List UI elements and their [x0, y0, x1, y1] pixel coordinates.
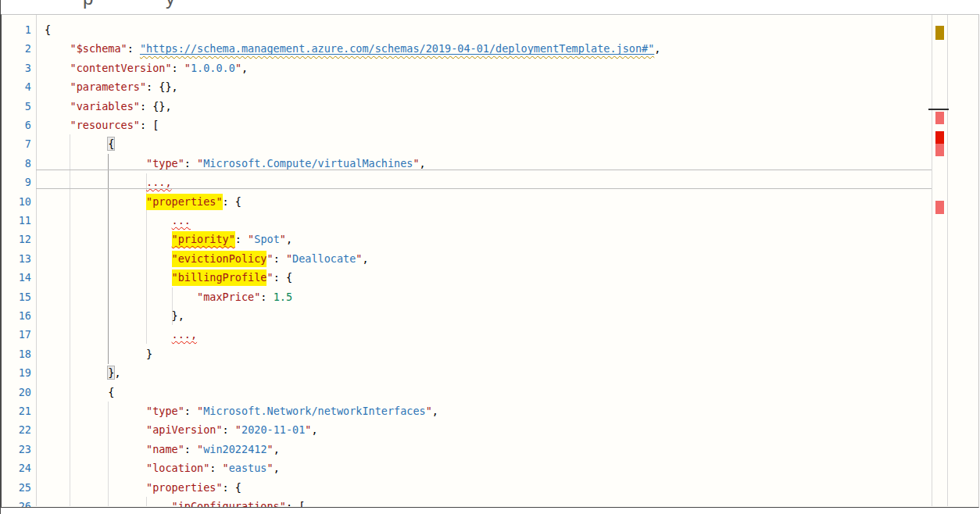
line-number[interactable]: 11	[2, 211, 31, 230]
code-line[interactable]: 5 "variables": {},	[2, 97, 978, 116]
overview-ruler-scrollbar[interactable]	[932, 15, 977, 506]
code-line[interactable]: 22 "apiVersion": "2020-11-01",	[2, 420, 978, 439]
punctuation: :	[184, 157, 197, 170]
viewport-indicator-line	[928, 109, 949, 110]
line-number[interactable]: 7	[2, 134, 31, 153]
line-number[interactable]: 20	[2, 383, 31, 402]
code-line[interactable]: 26 "ipConfigurations": [	[2, 497, 978, 508]
code-line[interactable]: 20 {	[2, 383, 978, 402]
code-line[interactable]: 25 "properties": {	[2, 478, 978, 497]
code-line[interactable]: 1{	[2, 20, 978, 39]
punctuation: {	[108, 386, 114, 398]
indent-whitespace	[45, 233, 172, 245]
line-number[interactable]: 4	[2, 77, 31, 96]
line-number[interactable]: 8	[2, 154, 31, 173]
line-number[interactable]: 12	[2, 230, 31, 248]
line-number[interactable]: 25	[2, 478, 31, 497]
indent-whitespace	[45, 366, 108, 379]
line-number[interactable]: 24	[2, 459, 31, 477]
code-line[interactable]: 15 "maxPrice": 1.5	[2, 287, 978, 306]
code-line[interactable]: 4 "parameters": {},	[2, 77, 978, 96]
punctuation: : {	[223, 195, 241, 208]
line-number[interactable]: 13	[2, 249, 31, 268]
punctuation: ,	[114, 366, 120, 379]
line-content: "type": "Microsoft.Compute/virtualMachin…	[31, 157, 426, 170]
indent-whitespace	[45, 291, 197, 303]
line-content: },	[31, 366, 121, 379]
punctuation: {	[45, 23, 51, 36]
punctuation: ,	[274, 462, 280, 474]
highlighted-json-key-error: "priority"	[172, 231, 235, 248]
code-line[interactable]: 16 },	[2, 306, 978, 325]
quote: "	[197, 157, 203, 170]
line-content: "parameters": {},	[31, 80, 178, 93]
line-number[interactable]: 19	[2, 363, 31, 382]
line-number[interactable]: 10	[2, 192, 31, 211]
indent-whitespace	[45, 309, 172, 322]
indent-whitespace	[45, 348, 146, 360]
line-number[interactable]: 5	[2, 97, 31, 116]
ellipsis-error-token: ...,	[146, 176, 172, 188]
line-content: "type": "Microsoft.Network/networkInterf…	[31, 405, 438, 417]
code-line[interactable]: 21 "type": "Microsoft.Network/networkInt…	[2, 402, 978, 420]
line-number[interactable]: 26	[2, 497, 31, 508]
line-number[interactable]: 18	[2, 344, 31, 363]
punctuation: :	[223, 423, 235, 436]
line-number[interactable]: 16	[2, 306, 31, 325]
code-line[interactable]: 6 "resources": [	[2, 116, 978, 134]
line-content: "maxPrice": 1.5	[31, 291, 292, 303]
code-line[interactable]: 17 ...,	[2, 325, 978, 344]
code-line[interactable]: 12 "priority": "Spot",	[2, 230, 978, 248]
code-line[interactable]: 3 "contentVersion": "1.0.0.0",	[2, 59, 978, 77]
line-number[interactable]: 14	[2, 268, 31, 287]
line-number[interactable]: 6	[2, 116, 31, 134]
json-key: "name"	[146, 443, 184, 455]
error-mark	[935, 201, 944, 214]
code-line[interactable]: 10 "properties": {	[2, 192, 978, 211]
line-content: ...,	[31, 176, 172, 188]
code-line[interactable]: 14 "billingProfile": {	[2, 268, 978, 287]
line-content: "name": "win2022412",	[31, 443, 280, 455]
ruler-border	[947, 15, 948, 506]
quote: "	[197, 405, 203, 417]
json-string-value: eastus	[229, 462, 267, 474]
code-line[interactable]: 11 ...	[2, 211, 978, 230]
line-number[interactable]: 1	[2, 20, 31, 39]
line-number[interactable]: 23	[2, 440, 31, 459]
clipped-glyph-right: y	[166, 0, 175, 9]
code-line[interactable]: 7 {	[2, 134, 978, 153]
indent-whitespace	[45, 100, 70, 112]
line-number[interactable]: 2	[2, 39, 31, 58]
line-number[interactable]: 9	[2, 173, 31, 191]
punctuation: :	[235, 233, 248, 245]
code-line[interactable]: 2 "$schema": "https://schema.management.…	[2, 39, 978, 58]
punctuation: :	[184, 443, 197, 455]
code-line[interactable]: 13 "evictionPolicy": "Deallocate",	[2, 249, 978, 268]
punctuation: : {	[223, 481, 241, 494]
line-content: {	[31, 386, 114, 398]
code-line[interactable]: 24 "location": "eastus",	[2, 459, 978, 477]
line-number[interactable]: 17	[2, 325, 31, 344]
quote: "	[280, 233, 286, 245]
json-editor: 1{2 "$schema": "https://schema.managemen…	[1, 14, 979, 508]
line-number[interactable]: 3	[2, 59, 31, 77]
quote: "	[197, 443, 203, 455]
json-string-value: 2020-11-01	[241, 423, 305, 436]
code-line[interactable]: 19 },	[2, 363, 978, 382]
highlighted-json-key: "billingProfile	[172, 269, 267, 286]
code-line[interactable]: 18 }	[2, 344, 978, 363]
line-number[interactable]: 21	[2, 402, 31, 420]
line-number[interactable]: 15	[2, 287, 31, 306]
indent-whitespace	[45, 80, 70, 93]
punctuation: ,	[420, 157, 426, 170]
indent-whitespace	[45, 462, 146, 474]
code-line[interactable]: 23 "name": "win2022412",	[2, 440, 978, 459]
line-content: {	[31, 23, 51, 36]
ellipsis-error-token: ...,	[172, 328, 198, 341]
indent-whitespace	[45, 214, 172, 227]
indent-whitespace	[45, 252, 172, 265]
punctuation: :	[127, 42, 140, 55]
json-key: "maxPrice"	[197, 291, 260, 303]
punctuation: }	[146, 348, 152, 360]
line-number[interactable]: 22	[2, 420, 31, 439]
